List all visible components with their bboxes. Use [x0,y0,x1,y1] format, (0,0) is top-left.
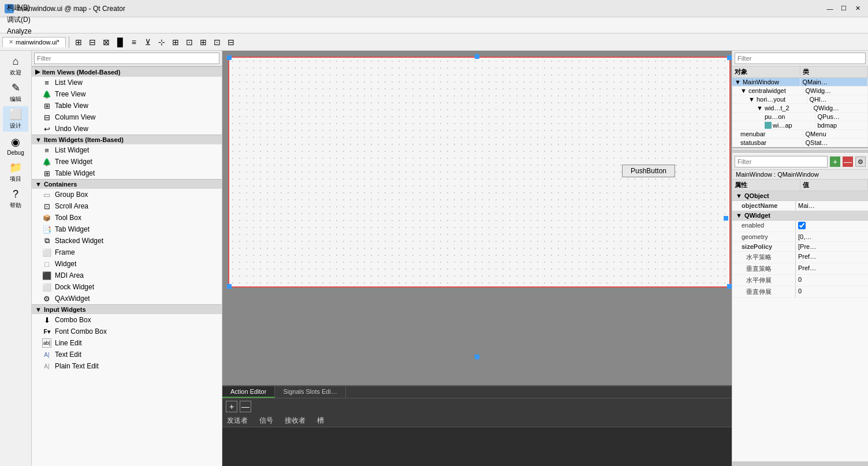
category-item-views[interactable]: ▶ Item Views (Model-Based) [32,66,222,77]
category-input-widgets[interactable]: ▼ Input Widgets [32,304,222,314]
widget-list-view[interactable]: ≡ List View [32,77,222,88]
toolbar-btn-11[interactable]: ⊡ [211,36,223,49]
left-icon-edit[interactable]: ✎ 编辑 [3,80,28,105]
plain-text-icon: A| [42,361,51,371]
toolbar-btn-3[interactable]: ⊠ [100,36,113,49]
widget-widget[interactable]: □ Widget [32,258,222,270]
canvas-resize-tl[interactable] [227,55,232,60]
prop-extra-btn[interactable]: ⚙ [855,156,866,167]
canvas-resize-tr[interactable] [727,55,732,60]
left-icon-design[interactable]: ⬜ 设计 [3,106,28,132]
col-signal: 信号 [259,416,273,426]
widget-frame[interactable]: ⬜ Frame [32,247,222,258]
widget-text-edit[interactable]: A| Text Edit [32,349,222,360]
toolbar-btn-7[interactable]: ⊹ [155,36,168,49]
category-item-widgets[interactable]: ▼ Item Widgets (Item-Based) [32,135,222,144]
remove-signal-btn[interactable]: — [240,401,251,412]
signals-slots-tab[interactable]: Signals Slots Edi… [275,386,346,398]
prop-row-vpolicy: 垂直策略 Pref… [732,263,868,275]
toolbar-btn-1[interactable]: ⊞ [72,36,85,49]
prop-hpolicy-value[interactable]: Pref… [796,252,868,263]
widget-tree-view[interactable]: 🌲 Tree View [32,88,222,100]
prop-cat-qwidget[interactable]: ▼ QWidget [732,211,868,221]
obj-row-wiap[interactable]: wi…ap bdmap [732,121,868,130]
prop-geometry-value[interactable]: [0,… [796,232,868,241]
tree-scrollbar[interactable] [732,150,868,153]
toolbar-btn-8[interactable]: ⊞ [169,36,182,49]
canvas-container[interactable]: PushButton [222,51,732,385]
prop-filter-input[interactable] [735,156,828,167]
resize-handle-bottom[interactable] [475,355,479,359]
widget-tree-widget[interactable]: 🌲 Tree Widget [32,156,222,167]
toolbar-btn-9[interactable]: ⊡ [183,36,196,49]
prop-objectname-value[interactable]: Mai… [796,201,868,210]
widget-list-widget[interactable]: ≡ List Widget [32,144,222,156]
obj-row-menubar[interactable]: menubar QMenu [732,130,868,139]
left-icon-project[interactable]: 📁 项目 [3,159,28,185]
toolbar-btn-6[interactable]: ⊻ [141,36,154,49]
menu-item-3[interactable]: 调试(D) [2,14,36,26]
category-containers[interactable]: ▼ Containers [32,179,222,189]
widget-stacked-widget[interactable]: ⧉ Stacked Widget [32,235,222,247]
widget-line-edit[interactable]: ab| Line Edit [32,337,222,349]
minimize-button[interactable]: — [824,3,836,14]
prop-cat-qobject[interactable]: ▼ QObject [732,191,868,201]
resize-handle-top[interactable] [475,54,479,59]
menu-item-4[interactable]: Analyze [2,26,36,36]
expand-icon-4: ▼ [35,306,42,313]
obj-row-horilayout[interactable]: ▼ hori…yout QHl… [732,95,868,104]
prop-enabled-value[interactable] [796,221,868,232]
push-button[interactable]: PushButton [622,165,675,177]
left-icon-debug[interactable]: ◉ Debug [3,133,28,158]
canvas-resize-bl[interactable] [227,284,232,289]
canvas-resize-br[interactable] [727,284,732,289]
editor-tab[interactable]: ✕ mainwindow.ui* [2,37,66,47]
enabled-checkbox[interactable] [798,222,806,229]
maximize-button[interactable]: ☐ [838,3,850,14]
obj-row-puon[interactable]: pu…on QPus… [732,113,868,121]
left-icon-welcome[interactable]: ⌂ 欢迎 [3,53,28,79]
obj-row-central[interactable]: ▼ centralwidget QWidg… [732,87,868,95]
prop-remove-btn[interactable]: — [843,156,853,167]
widget-column-view[interactable]: ⊟ Column View [32,111,222,123]
widget-tool-box[interactable]: 📦 Tool Box [32,212,222,223]
widget-font-combo-box[interactable]: F▾ Font Combo Box [32,326,222,337]
toolbar-btn-2[interactable]: ⊟ [86,36,99,49]
resize-handle-right[interactable] [724,216,728,221]
obj-row-mainwindow[interactable]: ▼ MainWindow QMain… [732,78,868,87]
prop-scrollbar[interactable] [732,461,868,466]
widget-combo-box[interactable]: ⬇ Combo Box [32,314,222,326]
widget-qaxwidget[interactable]: ⚙ QAxWidget [32,293,222,304]
obj-row-statusbar[interactable]: statusbar QStat… [732,139,868,147]
widget-group-box[interactable]: ▭ Group Box [32,189,222,200]
obj-row-wid2[interactable]: ▼ wid…t_2 QWidg… [732,104,868,113]
left-icon-help[interactable]: ? 帮助 [3,186,28,211]
widget-undo-view[interactable]: ↩ Undo View [32,123,222,135]
prop-hstretch-value[interactable]: 0 [796,275,868,286]
widget-table-view[interactable]: ⊞ Table View [32,100,222,111]
tab-close-icon[interactable]: ✕ [9,39,13,45]
widget-scroll-area[interactable]: ⊡ Scroll Area [32,200,222,212]
widget-plain-text-edit[interactable]: A| Plain Text Edit [32,360,222,372]
menu-item-2[interactable]: 构建(B) [2,2,36,14]
prop-vpolicy-value[interactable]: Pref… [796,263,868,274]
prop-vstretch-value[interactable]: 0 [796,286,868,297]
right-filter-input[interactable] [735,53,866,64]
widget-tab-widget[interactable]: 📑 Tab Widget [32,223,222,235]
toolbar-btn-5[interactable]: ≡ [128,36,140,49]
stacked-widget-icon: ⧉ [42,236,51,245]
add-signal-btn[interactable]: + [226,401,237,412]
widget-mdi-area[interactable]: ⬛ MDI Area [32,270,222,281]
toolbar-btn-4[interactable]: ▐▌ [114,36,126,49]
widget-table-widget[interactable]: ⊞ Table Widget [32,167,222,179]
toolbar-btn-12[interactable]: ⊟ [225,36,237,49]
action-editor-tab[interactable]: Action Editor [222,386,275,398]
signal-header: 发送者 信号 接收者 槽 [222,415,732,427]
table-widget-label: Table Widget [55,169,95,177]
toolbar-btn-10[interactable]: ⊞ [197,36,210,49]
prop-sizepolicy-value[interactable]: [Pre… [796,242,868,251]
widget-dock-widget[interactable]: ⬜ Dock Widget [32,281,222,293]
close-button[interactable]: ✕ [852,3,863,14]
prop-add-btn[interactable]: + [830,156,840,167]
widget-filter-input[interactable] [34,53,219,64]
